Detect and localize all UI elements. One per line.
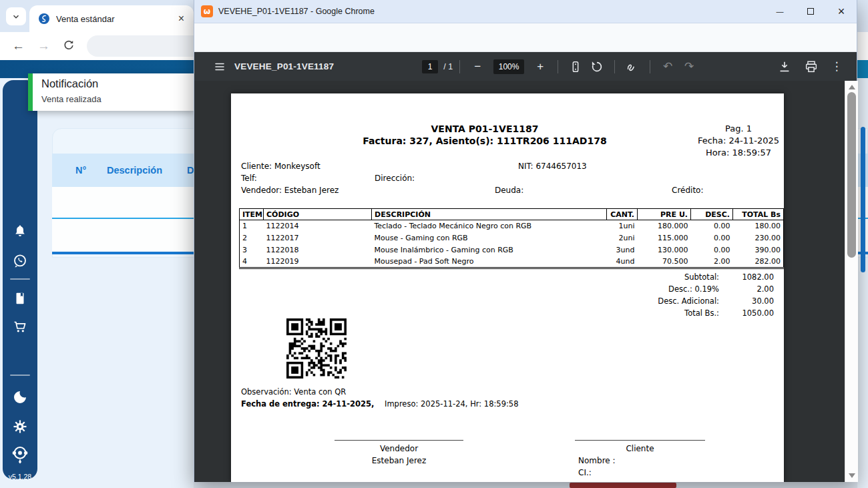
settings-gear-icon[interactable] <box>11 418 29 435</box>
toolbar-divider <box>650 60 650 73</box>
table-row: 31122018Mouse Inalámbrico - Gaming con R… <box>240 244 784 256</box>
notification-message: Venta realizada <box>41 94 101 104</box>
pdf-page: VENTA P01-1VE1187 Factura: 327, Asiento(… <box>231 93 784 482</box>
zoom-in-button[interactable]: + <box>529 56 551 77</box>
close-button[interactable]: × <box>826 0 857 23</box>
catalog-book-icon[interactable] <box>11 290 29 307</box>
app-version-label: v5.1.28 <box>3 473 37 481</box>
print-button[interactable] <box>801 56 822 77</box>
download-button[interactable] <box>774 56 795 77</box>
tab-title: Venta estándar <box>56 14 176 24</box>
pdf-menu-button[interactable] <box>209 56 230 77</box>
whatsapp-icon[interactable] <box>11 252 29 270</box>
page-number-input[interactable]: 1 <box>422 60 438 73</box>
document-title: VENTA P01-1VE1187 <box>335 123 635 135</box>
printed-timestamp-label: Impreso: 2025-11-24, Hr: 18:59:58 <box>385 399 519 409</box>
window-title: VEVEHE_P01-1VE1187 - Google Chrome <box>218 7 765 16</box>
notification-accent-bar <box>28 73 33 111</box>
table-row: 21122017Mouse - Gaming con RGB 2uni115.0… <box>240 232 784 244</box>
dark-mode-moon-icon[interactable] <box>11 389 29 406</box>
chrome-pdf-window: ω VEVEHE_P01-1VE1187 - Google Chrome — ×… <box>194 0 857 482</box>
bg-page-scrollbar[interactable] <box>861 127 865 272</box>
back-icon[interactable]: ← <box>12 39 25 53</box>
kebab-menu-icon: ⋮ <box>831 59 843 73</box>
forward-icon[interactable]: → <box>37 39 50 53</box>
document-page-info: Pag. 1 Fecha: 24-11-2025 Hora: 18:59:57 <box>692 123 785 159</box>
scrollbar-thumb[interactable] <box>847 92 856 258</box>
printer-icon <box>804 59 819 74</box>
rotate-button[interactable] <box>586 56 608 77</box>
grid-header-num: N° <box>75 165 86 176</box>
seller-name-label: Esteban Jerez <box>335 456 463 465</box>
maximize-icon <box>807 8 814 15</box>
sidebar-divider <box>10 375 30 376</box>
items-table: ITEM CÓDIGO DESCRIPCIÓN CANT. PRE U. DES… <box>239 208 784 269</box>
totals-row: Desc.: 0.19% 2.00 <box>531 283 774 295</box>
table-row: 11122014Teclado - Teclado Mecánico Negro… <box>240 220 784 232</box>
reload-icon[interactable] <box>62 39 75 52</box>
browser-tab-venta-estandar[interactable]: Venta estándar × <box>29 5 194 32</box>
address-label: Dirección: <box>375 174 415 183</box>
client-name-label: Nombre : <box>578 456 616 465</box>
undo-icon: ↶ <box>663 59 672 73</box>
seller-signature-line <box>335 440 463 441</box>
nit-label: NIT: 6744657013 <box>518 162 587 171</box>
client-label: Cliente: Monkeysoft <box>241 162 320 171</box>
xampp-icon: ω <box>201 5 213 17</box>
window-title-bar: ω VEVEHE_P01-1VE1187 - Google Chrome — × <box>194 0 857 23</box>
observation-label: Observación: Venta con QR <box>241 387 346 397</box>
totals-row: Desc. Adicional: 30.00 <box>531 295 774 307</box>
items-table-header: ITEM CÓDIGO DESCRIPCIÓN CANT. PRE U. DES… <box>240 209 784 220</box>
sidebar-divider <box>10 278 30 280</box>
totals-row: Subtotal: 1082.00 <box>531 271 774 283</box>
download-icon <box>777 59 792 74</box>
delivery-date-label: Fecha de entrega: 24-11-2025, <box>241 399 374 409</box>
notification-title: Notificación <box>41 77 101 90</box>
maximize-button[interactable] <box>795 0 826 23</box>
zoom-level-input[interactable]: 100% <box>493 59 524 74</box>
pdf-document-title: VEVEHE_P01-1VE1187 <box>234 61 334 71</box>
client-signature-line <box>575 440 705 441</box>
redo-icon: ↷ <box>684 59 694 73</box>
credit-label: Crédito: <box>672 186 703 195</box>
client-ci-label: CI.: <box>578 468 592 477</box>
rotate-ccw-icon <box>590 59 604 74</box>
date-label: Fecha: 24-11-2025 <box>692 135 785 147</box>
scroll-down-arrow[interactable] <box>849 473 855 478</box>
tab-favicon-icon <box>39 13 49 24</box>
totals-block: Subtotal: 1082.00 Desc.: 0.19% 2.00 Desc… <box>531 271 774 319</box>
pdf-toolbar: VEVEHE_P01-1VE1187 1 / 1 − 100% + ↶ ↷ <box>194 52 857 81</box>
debt-label: Deuda: <box>495 186 523 195</box>
close-icon: × <box>838 5 845 19</box>
hamburger-menu-icon <box>214 61 226 73</box>
document-subtitle: Factura: 327, Asiento(s): 111TR206 111AD… <box>335 135 635 147</box>
redo-button[interactable]: ↷ <box>678 56 700 77</box>
toolbar-divider <box>558 60 558 73</box>
monkeysoft-logo-icon[interactable] <box>9 443 31 466</box>
cart-icon[interactable] <box>11 318 29 336</box>
zoom-out-button[interactable]: − <box>467 56 488 77</box>
page-count-label: / 1 <box>443 62 453 71</box>
time-label: Hora: 18:59:57 <box>692 147 785 159</box>
minus-icon: − <box>474 60 481 73</box>
fit-to-page-button[interactable] <box>565 56 586 77</box>
chevron-down-icon <box>11 12 21 21</box>
more-options-button[interactable]: ⋮ <box>826 56 847 77</box>
seller-role-label: Vendedor <box>335 444 463 453</box>
scroll-up-arrow[interactable] <box>849 85 855 89</box>
grid-header-description: Descripción <box>107 165 162 176</box>
annotate-button[interactable] <box>622 56 643 77</box>
browser-chrome-strip <box>194 23 857 52</box>
undo-button[interactable]: ↶ <box>657 56 678 77</box>
toolbar-divider <box>459 60 460 73</box>
client-role-label: Cliente <box>575 444 705 453</box>
app-sidebar: v5.1.28 <box>3 80 37 479</box>
items-table-body: 11122014Teclado - Teclado Mecánico Negro… <box>240 220 784 268</box>
bg-bottom-strip <box>194 482 857 488</box>
tab-close-icon[interactable]: × <box>176 12 187 25</box>
bg-red-button-fragment[interactable] <box>570 483 676 488</box>
notifications-bell-icon[interactable] <box>11 223 29 240</box>
minimize-button[interactable]: — <box>765 0 795 23</box>
tab-search-chevron-button[interactable] <box>6 7 26 25</box>
page-label: Pag. 1 <box>692 123 785 135</box>
